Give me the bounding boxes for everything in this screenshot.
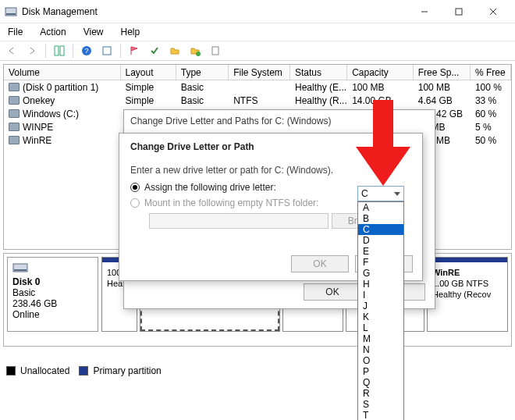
minimize-button[interactable] xyxy=(407,1,442,23)
drive-letter-option[interactable]: P xyxy=(358,366,403,377)
drive-letter-option[interactable]: N xyxy=(358,344,403,355)
volume-fs xyxy=(229,87,290,88)
svg-rect-12 xyxy=(212,47,218,55)
volume-header: Volume Layout Type File System Status Ca… xyxy=(4,65,511,80)
volume-layout: Simple xyxy=(121,94,176,107)
volume-status: Healthy (R... xyxy=(290,94,347,107)
col-volume[interactable]: Volume xyxy=(4,65,121,80)
volume-name: WINPE xyxy=(23,122,53,133)
volume-pct: 50 % xyxy=(471,134,511,147)
drive-letter-option[interactable]: O xyxy=(358,355,403,366)
menu-view[interactable]: View xyxy=(79,25,108,39)
drive-letter-option[interactable]: M xyxy=(358,333,403,344)
drive-letter-option[interactable]: G xyxy=(358,268,403,279)
menubar: File Action View Help xyxy=(0,23,515,41)
drive-letter-select[interactable]: C xyxy=(357,186,404,201)
drive-letter-option[interactable]: K xyxy=(358,311,403,322)
legend: Unallocated Primary partition xyxy=(6,365,509,376)
subdialog-ok-button[interactable]: OK xyxy=(291,255,349,272)
forward-button[interactable] xyxy=(23,43,41,59)
volume-icon xyxy=(9,83,20,91)
volume-icon xyxy=(9,96,20,105)
svg-rect-1 xyxy=(6,13,16,15)
check-icon[interactable] xyxy=(146,43,163,59)
col-freespace[interactable]: Free Sp... xyxy=(414,65,471,80)
volume-name: (Disk 0 partition 1) xyxy=(23,82,98,93)
layout-icon[interactable] xyxy=(51,43,68,59)
close-button[interactable] xyxy=(476,1,510,23)
drive-letter-option[interactable]: D xyxy=(358,235,403,246)
volume-type: Basic xyxy=(176,81,229,94)
mount-folder-input xyxy=(149,213,329,229)
back-button[interactable] xyxy=(3,43,20,59)
drive-letter-dropdown[interactable]: ABCDEFGHIJKLMNOPQRSTUV xyxy=(357,201,404,420)
annotation-arrow xyxy=(356,100,410,186)
menu-file[interactable]: File xyxy=(3,25,27,39)
legend-unallocated: Unallocated xyxy=(20,365,69,376)
col-filesystem[interactable]: File System xyxy=(229,65,290,80)
toolbar: ? xyxy=(0,41,515,61)
svg-rect-14 xyxy=(14,269,27,271)
volume-type: Basic xyxy=(176,94,229,107)
disk-info[interactable]: Disk 0 Basic 238.46 GB Online xyxy=(7,257,98,332)
col-type[interactable]: Type xyxy=(176,65,229,80)
chevron-down-icon xyxy=(394,192,400,196)
drive-letter-option[interactable]: B xyxy=(358,213,403,224)
drive-letter-option[interactable]: S xyxy=(358,399,403,410)
svg-rect-7 xyxy=(60,46,64,55)
volume-pct: 33 % xyxy=(471,94,511,107)
col-layout[interactable]: Layout xyxy=(121,65,176,80)
drive-letter-option[interactable]: E xyxy=(358,246,403,257)
volume-icon xyxy=(9,109,20,118)
drive-letter-option[interactable]: Q xyxy=(358,377,403,388)
menu-action[interactable]: Action xyxy=(35,25,70,39)
volume-free: 100 MB xyxy=(414,81,471,94)
legend-primary: Primary partition xyxy=(93,365,161,376)
drive-letter-option[interactable]: R xyxy=(358,388,403,399)
swatch-primary xyxy=(79,366,88,376)
menu-help[interactable]: Help xyxy=(116,25,145,39)
volume-free: 4.64 GB xyxy=(414,94,471,107)
drive-letter-option[interactable]: C xyxy=(358,224,403,235)
volume-fs: NTFS xyxy=(229,94,290,107)
ok-button[interactable]: OK xyxy=(304,283,361,301)
maximize-button[interactable] xyxy=(442,1,476,23)
disk-size: 238.46 GB xyxy=(12,298,93,309)
col-capacity[interactable]: Capacity xyxy=(347,65,414,80)
drive-letter-option[interactable]: A xyxy=(358,202,403,213)
swatch-unallocated xyxy=(6,366,16,376)
disk-name: Disk 0 xyxy=(12,276,93,287)
svg-rect-10 xyxy=(103,47,111,55)
volume-pct: 60 % xyxy=(471,108,511,120)
volume-status: Healthy (E... xyxy=(290,81,347,94)
window-title: Disk Management xyxy=(22,6,98,17)
drive-letter-option[interactable]: H xyxy=(358,279,403,290)
refresh-icon[interactable] xyxy=(98,43,115,59)
volume-row[interactable]: (Disk 0 partition 1)SimpleBasicHealthy (… xyxy=(4,80,511,94)
drive-letter-option[interactable]: J xyxy=(358,301,403,311)
svg-rect-3 xyxy=(456,9,462,15)
help-icon[interactable]: ? xyxy=(78,43,95,59)
col-pctfree[interactable]: % Free xyxy=(471,65,511,80)
properties-icon[interactable] xyxy=(207,43,224,59)
volume-capacity: 100 MB xyxy=(347,81,414,94)
svg-rect-6 xyxy=(55,46,59,55)
partition[interactable]: WinRE1.00 GB NTFSHealthy (Recov xyxy=(427,257,508,332)
col-status[interactable]: Status xyxy=(290,65,347,80)
volume-icon xyxy=(9,136,20,144)
titlebar: Disk Management xyxy=(0,0,515,23)
drive-letter-option[interactable]: T xyxy=(358,410,403,420)
volume-layout: Simple xyxy=(121,81,176,94)
volume-pct: 5 % xyxy=(471,121,511,133)
drive-letter-option[interactable]: L xyxy=(358,322,403,333)
disk-type: Basic xyxy=(12,287,93,298)
volume-row[interactable]: OnekeySimpleBasicNTFSHealthy (R...14.00 … xyxy=(4,94,511,107)
flag-icon[interactable] xyxy=(126,43,143,59)
volume-name: Windows (C:) xyxy=(23,109,79,119)
drive-letter-option[interactable]: F xyxy=(358,257,403,268)
drive-letter-option[interactable]: I xyxy=(358,290,403,301)
disk-icon xyxy=(12,262,28,273)
folder-add-icon[interactable] xyxy=(186,43,204,59)
folder-icon[interactable] xyxy=(166,43,183,59)
volume-pct: 100 % xyxy=(471,81,511,94)
